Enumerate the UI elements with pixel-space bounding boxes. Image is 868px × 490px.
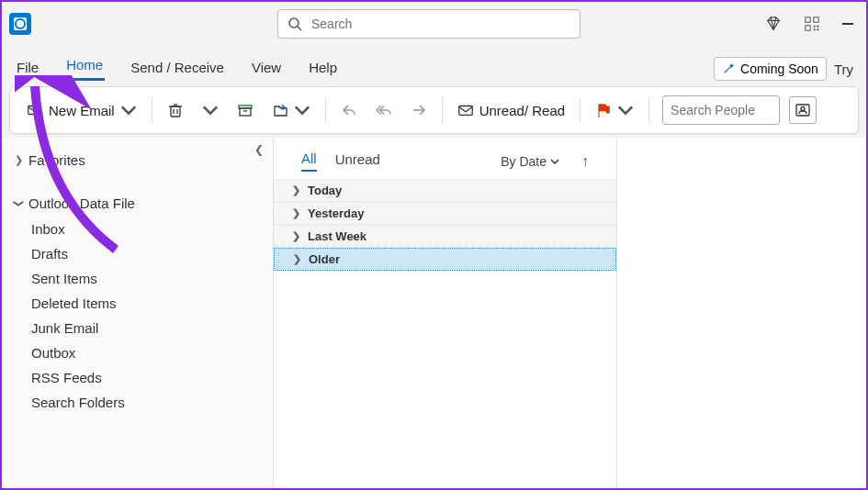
- group-label: Today: [308, 184, 342, 197]
- folder-drafts[interactable]: Drafts: [2, 241, 273, 266]
- folder-inbox[interactable]: Inbox: [2, 217, 273, 241]
- group-label: Yesterday: [308, 206, 364, 220]
- tab-home[interactable]: Home: [64, 51, 105, 81]
- chevron-down-icon: ❯: [13, 199, 25, 207]
- folder-junk-email[interactable]: Junk Email: [2, 316, 273, 340]
- chevron-right-icon: ❯: [292, 207, 300, 219]
- folder-deleted-items[interactable]: Deleted Items: [2, 291, 273, 316]
- contact-card-icon: [795, 102, 811, 118]
- folder-outbox[interactable]: Outbox: [2, 340, 273, 365]
- delete-button[interactable]: [160, 96, 191, 124]
- collapse-nav-icon[interactable]: ❮: [254, 143, 264, 156]
- svg-rect-6: [806, 17, 810, 22]
- group-last-week[interactable]: ❯ Last Week: [274, 225, 616, 248]
- chevron-right-icon: ❯: [293, 253, 301, 265]
- reply-all-icon: [376, 102, 392, 118]
- reply-all-button[interactable]: [368, 96, 400, 124]
- filter-all[interactable]: All: [301, 150, 317, 172]
- qr-icon[interactable]: [804, 16, 820, 32]
- svg-line-1: [298, 27, 301, 30]
- svg-rect-8: [806, 26, 810, 30]
- premium-diamond-icon[interactable]: [765, 16, 782, 32]
- separator: [648, 97, 649, 123]
- unread-read-button[interactable]: Unread/ Read: [450, 96, 572, 124]
- svg-rect-24: [240, 108, 251, 116]
- svg-rect-12: [817, 28, 818, 30]
- separator: [325, 97, 326, 123]
- separator: [152, 97, 152, 123]
- svg-rect-27: [458, 106, 471, 116]
- reply-button[interactable]: [333, 96, 365, 124]
- reading-pane: [617, 138, 866, 490]
- svg-rect-18: [171, 106, 180, 117]
- group-older[interactable]: ❯ Older: [274, 248, 616, 271]
- svg-point-29: [801, 107, 805, 111]
- move-icon: [272, 102, 288, 118]
- chevron-right-icon: ❯: [292, 230, 300, 242]
- favorites-group[interactable]: ❯ Favorites: [2, 147, 273, 173]
- folder-sent-items[interactable]: Sent Items: [2, 266, 273, 291]
- sort-dropdown[interactable]: By Date: [501, 154, 559, 169]
- folder-rss-feeds[interactable]: RSS Feeds: [2, 365, 273, 390]
- chevron-right-icon: ❯: [15, 154, 23, 166]
- filter-unread[interactable]: Unread: [335, 151, 380, 171]
- sort-direction-up-icon[interactable]: ↑: [581, 153, 589, 170]
- ribbon-toolbar: New Email Unread/ Read: [9, 86, 859, 134]
- flag-button[interactable]: [588, 96, 641, 124]
- global-search-input[interactable]: [311, 17, 570, 31]
- group-today[interactable]: ❯ Today: [274, 179, 616, 202]
- forward-button[interactable]: [403, 96, 434, 124]
- new-email-button[interactable]: New Email: [19, 96, 144, 124]
- title-bar: [2, 2, 866, 46]
- delete-dropdown[interactable]: [195, 96, 226, 124]
- message-list-pane: All Unread By Date ↑ ❯ Today ❯ Yesterday…: [274, 138, 617, 490]
- forward-icon: [411, 102, 427, 118]
- svg-rect-11: [814, 28, 816, 30]
- reply-icon: [341, 102, 357, 118]
- move-button[interactable]: [265, 96, 318, 124]
- data-file-label: Outlook Data File: [28, 195, 135, 211]
- tab-view[interactable]: View: [250, 54, 283, 81]
- ribbon-tabs: File Home Send / Receive View Help Comin…: [2, 46, 866, 81]
- outlook-logo: [9, 13, 31, 35]
- search-icon: [287, 17, 302, 31]
- list-filter-tabs: All Unread By Date ↑: [274, 147, 616, 179]
- flag-icon: [595, 102, 612, 118]
- tab-send-receive[interactable]: Send / Receive: [129, 54, 226, 81]
- chevron-down-icon: [294, 102, 310, 118]
- wand-icon: [722, 62, 735, 75]
- svg-point-0: [289, 18, 299, 28]
- data-file-group[interactable]: ❯ Outlook Data File: [2, 190, 273, 217]
- separator: [580, 97, 581, 123]
- folder-search-folders[interactable]: Search Folders: [2, 390, 273, 415]
- new-email-icon: [27, 102, 43, 118]
- chevron-down-icon: [202, 102, 219, 118]
- search-people-input[interactable]: [671, 103, 772, 117]
- global-search[interactable]: [277, 9, 581, 39]
- archive-button[interactable]: [230, 96, 261, 124]
- chevron-right-icon: ❯: [292, 184, 300, 196]
- unread-read-label: Unread/ Read: [479, 103, 565, 118]
- sort-label: By Date: [501, 154, 547, 169]
- navigation-pane: ❮ ❯ Favorites ❯ Outlook Data File Inbox …: [2, 138, 274, 490]
- favorites-label: Favorites: [28, 152, 85, 168]
- svg-rect-7: [814, 17, 818, 22]
- group-yesterday[interactable]: ❯ Yesterday: [274, 202, 616, 225]
- address-book-button[interactable]: [789, 96, 817, 124]
- tab-file[interactable]: File: [15, 54, 40, 81]
- archive-icon: [237, 102, 254, 118]
- chevron-down-icon: [120, 102, 137, 118]
- separator: [442, 97, 443, 123]
- minimize-button[interactable]: [842, 23, 853, 25]
- coming-soon-toggle[interactable]: Coming Soon: [714, 57, 827, 81]
- chevron-down-icon: [617, 102, 634, 118]
- svg-rect-10: [817, 26, 818, 28]
- tab-help[interactable]: Help: [307, 54, 339, 81]
- search-people[interactable]: [662, 95, 780, 125]
- envelope-icon: [457, 102, 474, 118]
- trash-icon: [167, 102, 184, 118]
- new-email-label: New Email: [49, 103, 115, 118]
- svg-rect-9: [814, 26, 816, 28]
- group-label: Older: [309, 252, 340, 266]
- try-label[interactable]: Try: [834, 61, 853, 77]
